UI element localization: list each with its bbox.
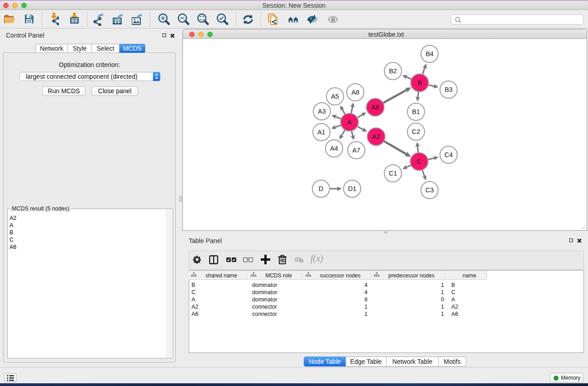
- svg-text:A1: A1: [317, 129, 325, 136]
- svg-text:D1: D1: [348, 185, 357, 192]
- svg-text:B: B: [417, 79, 422, 86]
- svg-text:A5: A5: [331, 93, 339, 100]
- svg-text:C4: C4: [445, 151, 453, 158]
- svg-text:A6: A6: [371, 104, 379, 111]
- svg-text:C1: C1: [389, 170, 397, 177]
- svg-text:C3: C3: [425, 186, 434, 194]
- svg-text:A4: A4: [330, 145, 338, 152]
- svg-text:B1: B1: [412, 108, 420, 115]
- svg-text:A7: A7: [352, 147, 360, 154]
- svg-text:D: D: [319, 185, 323, 192]
- svg-text:A8: A8: [351, 89, 359, 96]
- svg-text:C: C: [417, 158, 421, 165]
- svg-text:A: A: [347, 119, 352, 126]
- svg-text:C2: C2: [412, 128, 421, 135]
- svg-text:A2: A2: [372, 133, 380, 140]
- svg-text:A3: A3: [318, 108, 326, 115]
- svg-text:B2: B2: [389, 67, 397, 75]
- svg-text:B4: B4: [425, 50, 434, 57]
- svg-text:B3: B3: [445, 86, 453, 93]
